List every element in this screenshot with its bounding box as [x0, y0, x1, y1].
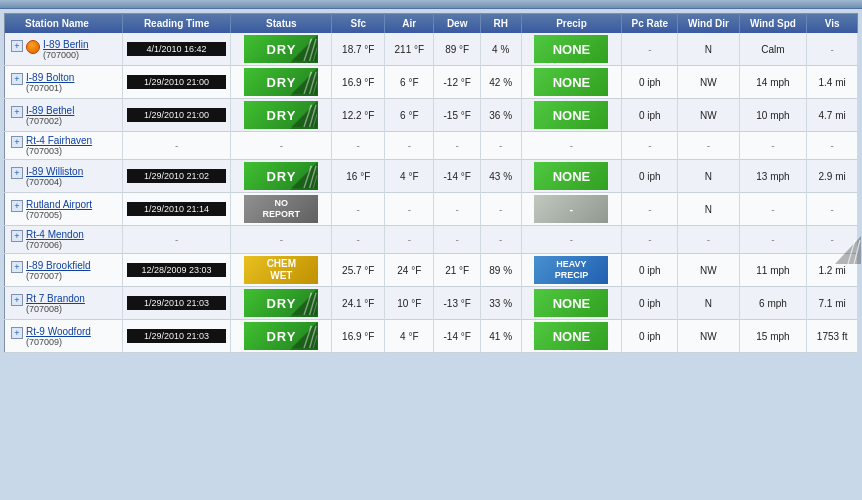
- svg-line-1: [304, 39, 311, 61]
- station-id: (707001): [26, 83, 74, 93]
- table-header: Station Name Reading Time Status Sfc Air…: [5, 14, 858, 34]
- expand-button[interactable]: +: [11, 200, 23, 212]
- svg-line-27: [304, 326, 311, 348]
- svg-line-10: [310, 105, 317, 127]
- wind-dir-cell: N: [678, 287, 739, 320]
- table-row: + Rutland Airport (707005) 1/29/2010 21:…: [5, 193, 858, 226]
- table-row: + Rt 7 Brandon (707008) 1/29/2010 21:03 …: [5, 287, 858, 320]
- table-row: + I-89 Brookfield (707007) 12/28/2009 23…: [5, 254, 858, 287]
- col-sfc: Sfc: [332, 14, 385, 34]
- svg-line-24: [310, 293, 317, 315]
- reading-time-cell: 1/29/2010 21:03: [122, 287, 231, 320]
- air-cell: 24 °F: [385, 254, 434, 287]
- station-name-link[interactable]: I-89 Bethel: [26, 105, 74, 116]
- expand-button[interactable]: +: [11, 294, 23, 306]
- status-cell: DRY: [231, 33, 332, 66]
- svg-marker-22: [291, 289, 317, 315]
- precip-cell: NONE: [521, 99, 622, 132]
- pc-rate-cell: -: [622, 226, 678, 254]
- expand-button[interactable]: +: [11, 73, 23, 85]
- station-name-link[interactable]: I-89 Brookfield: [26, 260, 90, 271]
- col-reading-time: Reading Time: [122, 14, 231, 34]
- reading-time-cell: -: [122, 132, 231, 160]
- air-cell: 10 °F: [385, 287, 434, 320]
- sfc-cell: 24.1 °F: [332, 287, 385, 320]
- rh-cell: 42 %: [480, 66, 521, 99]
- reading-time: 1/29/2010 21:00: [127, 75, 227, 89]
- station-name-link[interactable]: Rutland Airport: [26, 199, 92, 210]
- svg-line-15: [314, 175, 318, 188]
- status-cell: DRY: [231, 287, 332, 320]
- wind-spd-cell: -: [739, 226, 807, 254]
- svg-line-2: [310, 39, 317, 61]
- status-cell: -: [231, 226, 332, 254]
- pc-rate-cell: -: [622, 193, 678, 226]
- dew-cell: -: [434, 226, 480, 254]
- rh-cell: 4 %: [480, 33, 521, 66]
- expand-button[interactable]: +: [11, 327, 23, 339]
- reading-time-cell: 1/29/2010 21:03: [122, 320, 231, 353]
- sfc-cell: 16.9 °F: [332, 66, 385, 99]
- wind-dir-cell: NW: [678, 320, 739, 353]
- reading-time: 4/1/2010 16:42: [127, 42, 227, 56]
- svg-line-11: [314, 114, 318, 127]
- col-rh: RH: [480, 14, 521, 34]
- station-cell-707008: + Rt 7 Brandon (707008): [5, 287, 123, 320]
- air-cell: 4 °F: [385, 160, 434, 193]
- expand-button[interactable]: +: [11, 261, 23, 273]
- wind-spd-cell: 13 mph: [739, 160, 807, 193]
- window-title: [0, 0, 862, 9]
- dew-cell: -14 °F: [434, 320, 480, 353]
- wind-dir-cell: N: [678, 160, 739, 193]
- station-name-link[interactable]: I-89 Bolton: [26, 72, 74, 83]
- wind-spd-cell: -: [739, 132, 807, 160]
- expand-button[interactable]: +: [11, 40, 23, 52]
- station-name-link[interactable]: Rt 7 Brandon: [26, 293, 85, 304]
- wind-dir-cell: -: [678, 132, 739, 160]
- station-cell-707001: + I-89 Bolton (707001): [5, 66, 123, 99]
- pc-rate-cell: 0 iph: [622, 66, 678, 99]
- station-cell-707000: + I-89 Berlin (707000): [5, 33, 123, 66]
- svg-line-28: [310, 326, 317, 348]
- reading-time-cell: 4/1/2010 16:42: [122, 33, 231, 66]
- station-name-link[interactable]: I-89 Berlin: [43, 39, 89, 50]
- precip-cell: -: [521, 226, 622, 254]
- sfc-cell: -: [332, 226, 385, 254]
- station-cell-707003: + Rt-4 Fairhaven (707003): [5, 132, 123, 160]
- reading-time: 1/29/2010 21:14: [127, 202, 227, 216]
- sfc-cell: 12.2 °F: [332, 99, 385, 132]
- dew-cell: -12 °F: [434, 66, 480, 99]
- air-cell: 6 °F: [385, 66, 434, 99]
- station-id: (707006): [26, 240, 84, 250]
- sfc-cell: 18.7 °F: [332, 33, 385, 66]
- status-cell: DRY: [231, 66, 332, 99]
- svg-line-3: [314, 48, 318, 61]
- station-cell-707002: + I-89 Bethel (707002): [5, 99, 123, 132]
- wind-dir-cell: NW: [678, 99, 739, 132]
- wind-spd-cell: 6 mph: [739, 287, 807, 320]
- reading-time: 12/28/2009 23:03: [127, 263, 227, 277]
- station-name-link[interactable]: Rt-4 Mendon: [26, 229, 84, 240]
- station-name-link[interactable]: Rt-4 Fairhaven: [26, 135, 92, 146]
- expand-button[interactable]: +: [11, 136, 23, 148]
- sfc-cell: -: [332, 193, 385, 226]
- rh-cell: 36 %: [480, 99, 521, 132]
- station-table: Station Name Reading Time Status Sfc Air…: [4, 13, 858, 353]
- station-name-link[interactable]: Rt-9 Woodford: [26, 326, 91, 337]
- reading-time: 1/29/2010 21:00: [127, 108, 227, 122]
- reading-time-cell: 1/29/2010 21:14: [122, 193, 231, 226]
- expand-button[interactable]: +: [11, 106, 23, 118]
- precip-cell: NONE: [521, 160, 622, 193]
- station-id: (707007): [26, 271, 90, 281]
- station-name-link[interactable]: I-89 Williston: [26, 166, 83, 177]
- precip-cell: -: [521, 132, 622, 160]
- svg-marker-0: [291, 35, 317, 61]
- sfc-cell: 16 °F: [332, 160, 385, 193]
- svg-marker-8: [291, 101, 317, 127]
- svg-line-23: [304, 293, 311, 315]
- station-cell-707004: + I-89 Williston (707004): [5, 160, 123, 193]
- expand-button[interactable]: +: [11, 167, 23, 179]
- rh-cell: 41 %: [480, 320, 521, 353]
- table-body: + I-89 Berlin (707000) 4/1/2010 16:42 DR…: [5, 33, 858, 353]
- expand-button[interactable]: +: [11, 230, 23, 242]
